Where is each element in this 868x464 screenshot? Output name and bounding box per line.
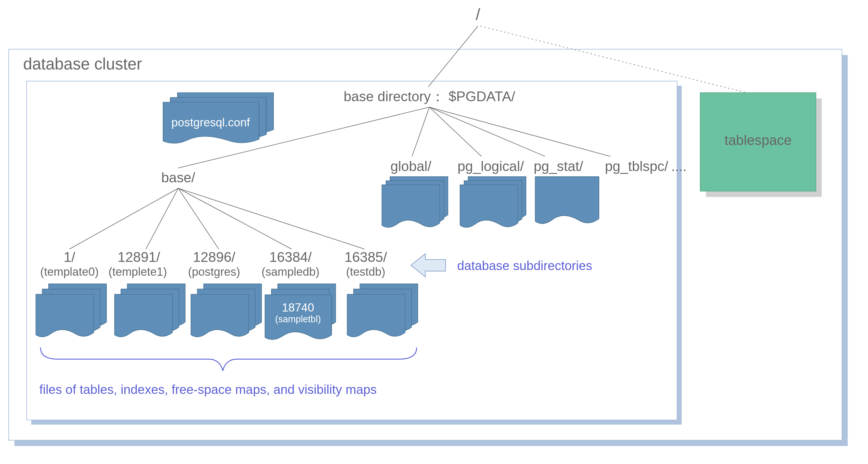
base-dir-label: base/ bbox=[161, 170, 195, 185]
svg-text:(postgres): (postgres) bbox=[188, 265, 240, 278]
svg-text:1/: 1/ bbox=[64, 249, 76, 265]
files-template0 bbox=[36, 284, 106, 337]
svg-text:(templete1): (templete1) bbox=[108, 265, 167, 278]
sample-table-oid: 18740 bbox=[282, 301, 314, 314]
base-directory-label: base directory： $PGDATA/ bbox=[344, 89, 515, 104]
tablespace-label: tablespace bbox=[724, 132, 792, 148]
svg-text:(template0): (template0) bbox=[40, 265, 99, 278]
dir-pg-tblspc: pg_tblspc/ bbox=[605, 158, 668, 174]
cluster-title: database cluster bbox=[23, 55, 142, 73]
svg-text:12896/: 12896/ bbox=[193, 249, 236, 265]
svg-text:pg_logical/: pg_logical/ bbox=[458, 158, 524, 174]
tablespace-box: tablespace bbox=[700, 93, 822, 197]
files-templete1 bbox=[115, 284, 185, 337]
sample-table-name: (sampletbl) bbox=[275, 314, 321, 324]
files-sampledb: 18740 (sampletbl) bbox=[265, 284, 336, 340]
root-label: / bbox=[476, 5, 480, 24]
files-testdb bbox=[347, 284, 418, 337]
db-file-stacks: 18740 (sampletbl) bbox=[36, 284, 418, 340]
svg-text:pg_stat/: pg_stat/ bbox=[533, 158, 583, 174]
files-postgres bbox=[191, 284, 261, 337]
svg-text:16385/: 16385/ bbox=[344, 249, 387, 265]
svg-text:(testdb): (testdb) bbox=[346, 265, 385, 278]
config-file-stack: postgresql.conf bbox=[163, 93, 274, 143]
config-file-label: postgresql.conf bbox=[172, 116, 250, 129]
caption-database-subdirs: database subdirectories bbox=[457, 258, 592, 273]
dir-pg-logical: pg_logical/ bbox=[458, 158, 526, 228]
svg-text:(sampledb): (sampledb) bbox=[261, 265, 319, 278]
svg-text:16384/: 16384/ bbox=[269, 249, 312, 265]
svg-text:12891/: 12891/ bbox=[118, 249, 160, 265]
caption-files: files of tables, indexes, free-space map… bbox=[39, 382, 376, 397]
svg-text:global/: global/ bbox=[390, 158, 432, 174]
dir-ellipsis: .... bbox=[671, 158, 686, 174]
diagram-root: / database cluster base directory： $PGDA… bbox=[0, 0, 868, 464]
